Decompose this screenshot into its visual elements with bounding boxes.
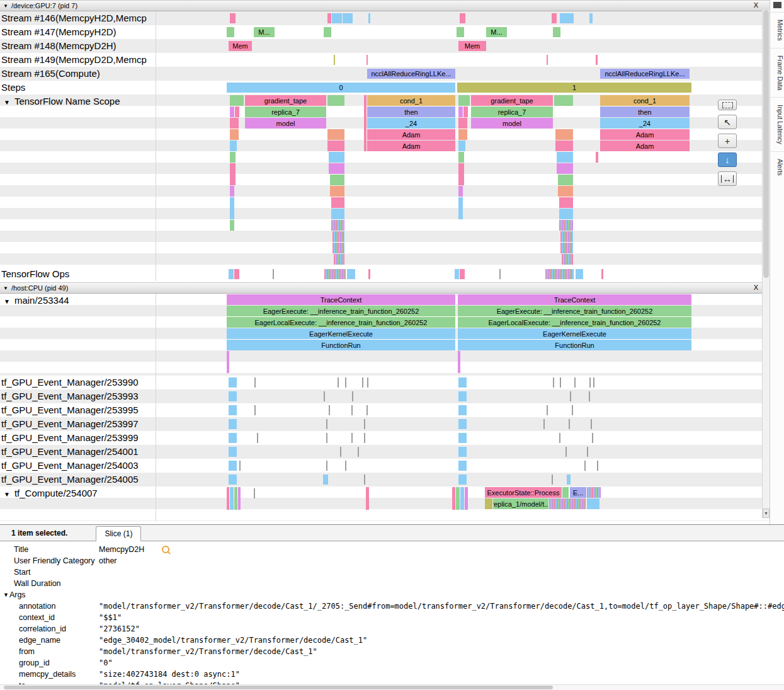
trace-event[interactable] [589, 391, 590, 401]
trace-event[interactable] [560, 377, 561, 388]
trace-event[interactable] [368, 13, 370, 23]
trace-event[interactable]: EagerLocalExecute: __inference_train_fun… [458, 317, 691, 328]
trace-event[interactable] [549, 498, 586, 509]
trace-event[interactable] [485, 498, 492, 509]
horizontal-scrollbar-thumb[interactable] [4, 686, 553, 689]
trace-event[interactable] [587, 447, 588, 457]
trace-event[interactable] [597, 461, 598, 471]
trace-event[interactable] [567, 474, 571, 485]
trace-event[interactable] [273, 269, 274, 279]
trace-event[interactable]: replica_1/model/t... [493, 498, 548, 509]
trace-event[interactable] [592, 433, 593, 443]
horizontal-scrollbar[interactable] [0, 684, 784, 690]
cursor-mode-button[interactable]: ↖ [718, 115, 737, 129]
trace-event[interactable] [334, 55, 335, 65]
trace-event[interactable] [584, 461, 586, 471]
trace-event[interactable]: 1 [457, 83, 691, 93]
trace-event[interactable]: E... [570, 487, 586, 498]
trace-event[interactable]: Adam [600, 141, 690, 151]
trace-event[interactable] [591, 419, 592, 429]
trace-event[interactable] [343, 13, 353, 23]
trace-event[interactable] [229, 377, 237, 388]
trace-event[interactable]: EagerExecute: __inference_train_function… [458, 306, 691, 316]
trace-event[interactable] [460, 487, 464, 510]
trace-event[interactable] [553, 377, 554, 388]
cpu-panel-header[interactable]: ▼ /host:CPU (pid 49) X [0, 282, 770, 294]
trace-event[interactable] [559, 433, 560, 443]
trace-event[interactable]: gradient_tape [245, 95, 326, 106]
trace-event[interactable]: FunctionRun [458, 340, 691, 350]
trace-event[interactable] [458, 377, 467, 388]
collapse-arrow-icon[interactable]: ▼ [4, 99, 10, 106]
trace-event[interactable] [230, 141, 237, 151]
trace-event[interactable]: cond_1 [600, 95, 690, 106]
trace-event[interactable] [499, 269, 501, 279]
collapse-strip-button[interactable] [773, 2, 781, 8]
trace-event[interactable] [458, 474, 467, 485]
trace-event[interactable] [364, 433, 365, 443]
trace-event[interactable] [326, 433, 327, 443]
trace-event[interactable] [587, 487, 601, 498]
trace-event[interactable] [327, 129, 344, 140]
trace-event[interactable] [330, 186, 344, 197]
trace-event[interactable] [239, 461, 241, 471]
trace-event[interactable] [560, 231, 573, 242]
trace-event[interactable] [326, 461, 327, 471]
trace-event[interactable] [230, 95, 244, 106]
trace-event[interactable] [465, 487, 468, 510]
trace-event[interactable] [558, 186, 573, 197]
trace-event[interactable] [543, 419, 545, 429]
trace-event[interactable] [458, 118, 467, 129]
trace-event[interactable] [331, 197, 344, 208]
trace-event[interactable] [235, 106, 239, 117]
trace-event[interactable] [458, 405, 467, 415]
trace-event[interactable]: replica_7 [245, 106, 326, 117]
trace-event[interactable] [458, 391, 467, 401]
trace-event[interactable] [254, 488, 255, 498]
trace-event[interactable]: TraceContext [458, 294, 691, 305]
trace-event[interactable] [334, 254, 344, 265]
trace-event[interactable]: _24 [367, 118, 455, 129]
trace-event[interactable] [452, 487, 455, 510]
trace-event[interactable] [570, 391, 571, 401]
trace-event[interactable] [558, 175, 573, 185]
trace-event[interactable] [351, 405, 353, 415]
trace-event[interactable]: 0 [227, 83, 455, 93]
trace-event[interactable]: EagerKernelExecute [227, 328, 455, 339]
trace-event[interactable] [455, 269, 459, 279]
trace-event[interactable] [332, 13, 342, 23]
trace-event[interactable] [329, 163, 344, 174]
trace-event[interactable] [547, 405, 548, 415]
trace-event[interactable] [364, 95, 366, 151]
trace-event[interactable] [460, 13, 465, 23]
zoom-mode-button[interactable]: ↓ [718, 152, 737, 167]
trace-event[interactable] [229, 269, 234, 279]
trace-event[interactable] [560, 243, 573, 253]
trace-event[interactable] [557, 163, 573, 174]
trace-event[interactable]: _24 [600, 118, 690, 129]
trace-event[interactable]: replica_7 [471, 106, 553, 117]
trace-event[interactable] [326, 419, 327, 429]
trace-event[interactable] [230, 487, 234, 510]
trace-event[interactable] [554, 95, 573, 106]
tab-slice[interactable]: Slice (1) [96, 526, 141, 541]
trace-event[interactable]: ncclAllReduceRingLLKe... [600, 69, 690, 79]
trace-event[interactable] [547, 55, 548, 65]
trace-event[interactable] [331, 209, 344, 219]
trace-event[interactable] [327, 95, 344, 106]
trace-event[interactable] [366, 55, 368, 65]
trace-event[interactable] [234, 487, 237, 510]
trace-event[interactable] [230, 106, 234, 117]
collapse-arrow-icon[interactable]: ▼ [3, 285, 8, 291]
trace-event[interactable]: M... [486, 27, 507, 37]
trace-event[interactable] [555, 129, 573, 140]
trace-event[interactable] [324, 391, 325, 401]
trace-event[interactable] [458, 351, 460, 373]
trace-event[interactable] [559, 220, 573, 231]
trace-event[interactable] [366, 487, 369, 510]
trace-event[interactable]: gradient_tape [471, 95, 553, 106]
tab-metrics[interactable]: Metrics [770, 12, 784, 48]
trace-event[interactable] [552, 13, 557, 23]
trace-event[interactable] [227, 351, 229, 373]
cpu-close-button[interactable]: X [754, 284, 758, 291]
